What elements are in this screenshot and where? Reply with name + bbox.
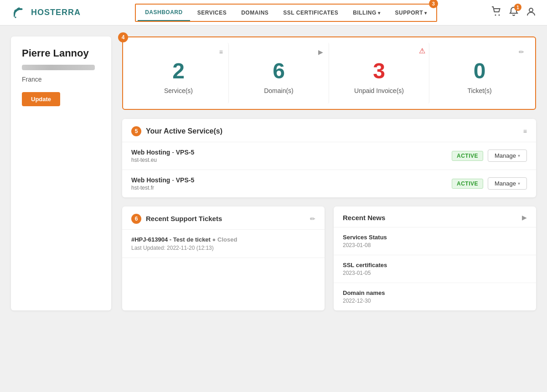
invoices-label: Unpaid Invoice(s) bbox=[336, 87, 422, 94]
main-content: Pierre Lannoy France Update 4 ≡ 2 Servic… bbox=[0, 26, 547, 321]
news-panel-title: Recent News bbox=[343, 214, 385, 222]
stat-services[interactable]: ≡ 2 Service(s) bbox=[129, 43, 229, 103]
service-name-2: Web Hosting - VPS-5 bbox=[131, 176, 194, 184]
service-row-2: Web Hosting - VPS-5 hst-test.fr ACTIVE M… bbox=[122, 170, 536, 197]
ticket-date: Last Updated: 2022-11-20 (12:13) bbox=[131, 245, 315, 251]
invoices-alert-icon: ⚠ bbox=[419, 46, 425, 55]
update-button[interactable]: Update bbox=[22, 92, 60, 106]
tickets-panel-header: 6 Recent Support Tickets ✏ bbox=[122, 206, 325, 230]
manage-button-2[interactable]: Manage bbox=[488, 177, 527, 190]
services-title-text: Your Active Service(s) bbox=[146, 127, 222, 135]
header: HOSTERRA DASHBOARD SERVICES DOMAINS SSL … bbox=[0, 0, 547, 26]
service-actions-2: ACTIVE Manage bbox=[452, 177, 527, 190]
service-info-1: Web Hosting - VPS-5 hst-test.eu bbox=[131, 149, 194, 163]
services-label: Service(s) bbox=[136, 87, 221, 94]
news-panel-header: Recent News ▶ bbox=[334, 206, 536, 227]
news-icon[interactable]: ▶ bbox=[522, 214, 527, 221]
user-button[interactable] bbox=[526, 6, 536, 19]
tickets-step-badge: 6 bbox=[131, 214, 141, 224]
services-step-badge: 5 bbox=[131, 126, 141, 136]
nav-step-badge: 3 bbox=[429, 0, 438, 8]
nav-billing[interactable]: BILLING bbox=[346, 5, 387, 21]
bottom-panels: 6 Recent Support Tickets ✏ #HPJ-613904 -… bbox=[122, 206, 536, 310]
ticket-status: Closed bbox=[217, 236, 237, 243]
ticket-item[interactable]: #HPJ-613904 - Test de ticket ● Closed La… bbox=[122, 230, 325, 258]
stat-invoices[interactable]: ⚠ 3 Unpaid Invoice(s) bbox=[329, 43, 429, 103]
user-country: France bbox=[22, 76, 100, 83]
tickets-panel-title: 6 Recent Support Tickets bbox=[131, 214, 222, 224]
ticket-id: #HPJ-613904 bbox=[131, 236, 168, 243]
logo: HOSTERRA bbox=[11, 5, 81, 21]
tickets-icon: ✏ bbox=[519, 48, 524, 56]
user-email-blur bbox=[22, 65, 95, 70]
domains-label: Domain(s) bbox=[236, 87, 321, 94]
ticket-name: - Test de ticket bbox=[170, 236, 211, 243]
notification-badge: 1 bbox=[514, 4, 521, 11]
news-item-2[interactable]: Domain names 2022-12-30 bbox=[334, 283, 536, 310]
service-info-2: Web Hosting - VPS-5 hst-test.fr bbox=[131, 176, 194, 191]
stat-tickets[interactable]: ✏ 0 Ticket(s) bbox=[429, 43, 530, 103]
service-actions-1: ACTIVE Manage bbox=[452, 150, 527, 162]
ticket-title: #HPJ-613904 - Test de ticket ● Closed bbox=[131, 236, 315, 243]
tickets-panel: 6 Recent Support Tickets ✏ #HPJ-613904 -… bbox=[122, 206, 325, 310]
service-domain-1: hst-test.eu bbox=[131, 157, 194, 163]
tickets-label: Ticket(s) bbox=[437, 87, 522, 94]
main-nav: DASHBOARD SERVICES DOMAINS SSL CERTIFICA… bbox=[135, 4, 437, 22]
header-icons: 1 bbox=[491, 6, 536, 19]
stats-step-badge: 4 bbox=[118, 32, 128, 42]
service-row: Web Hosting - VPS-5 hst-test.eu ACTIVE M… bbox=[122, 142, 536, 170]
svg-point-0 bbox=[495, 15, 496, 16]
svg-point-2 bbox=[529, 8, 533, 12]
domains-icon: ▶ bbox=[318, 48, 323, 56]
service-status-2: ACTIVE bbox=[452, 179, 483, 189]
user-name: Pierre Lannoy bbox=[22, 47, 100, 59]
notification-button[interactable]: 1 bbox=[509, 6, 519, 19]
right-panel: 4 ≡ 2 Service(s) ▶ 6 Domain(s) bbox=[122, 36, 536, 310]
news-date-1: 2023-01-05 bbox=[343, 270, 527, 276]
cart-icon bbox=[491, 6, 501, 16]
tickets-count: 0 bbox=[437, 59, 522, 83]
stats-grid: ≡ 2 Service(s) ▶ 6 Domain(s) ⚠ 3 Unp bbox=[129, 43, 530, 103]
tickets-edit-icon[interactable]: ✏ bbox=[310, 215, 315, 222]
nav-support[interactable]: SUPPORT bbox=[388, 5, 434, 21]
content-area: Pierre Lannoy France Update 4 ≡ 2 Servic… bbox=[11, 36, 536, 310]
svg-point-1 bbox=[498, 15, 500, 16]
nav-ssl[interactable]: SSL CERTIFICATES bbox=[276, 5, 346, 21]
services-section: 5 Your Active Service(s) ≡ Web Hosting -… bbox=[122, 119, 536, 197]
services-filter-icon: ≡ bbox=[219, 48, 223, 56]
stat-domains[interactable]: ▶ 6 Domain(s) bbox=[229, 43, 329, 103]
nav-services[interactable]: SERVICES bbox=[190, 5, 234, 21]
cart-button[interactable] bbox=[491, 6, 501, 19]
manage-button-1[interactable]: Manage bbox=[488, 150, 527, 162]
services-title: 5 Your Active Service(s) bbox=[131, 126, 222, 136]
news-panel: Recent News ▶ Services Status 2023-01-08… bbox=[334, 206, 536, 310]
stats-section: 4 ≡ 2 Service(s) ▶ 6 Domain(s) bbox=[122, 36, 536, 110]
news-title-1: SSL certificates bbox=[343, 262, 527, 268]
news-date-0: 2023-01-08 bbox=[343, 242, 527, 248]
user-icon bbox=[526, 6, 536, 16]
logo-dino-icon bbox=[11, 5, 27, 21]
news-title-2: Domain names bbox=[343, 289, 527, 296]
nav-domains[interactable]: DOMAINS bbox=[234, 5, 276, 21]
service-status-1: ACTIVE bbox=[452, 151, 483, 161]
invoices-count: 3 bbox=[336, 59, 422, 83]
user-card: Pierre Lannoy France Update bbox=[11, 36, 111, 310]
service-name-1: Web Hosting - VPS-5 bbox=[131, 149, 194, 156]
news-title-0: Services Status bbox=[343, 234, 527, 241]
services-count: 2 bbox=[136, 59, 221, 83]
news-item-1[interactable]: SSL certificates 2023-01-05 bbox=[334, 255, 536, 283]
services-header: 5 Your Active Service(s) ≡ bbox=[122, 119, 536, 142]
domains-count: 6 bbox=[236, 59, 321, 83]
news-date-2: 2022-12-30 bbox=[343, 298, 527, 304]
services-filter-icon[interactable]: ≡ bbox=[523, 128, 527, 135]
logo-text: HOSTERRA bbox=[31, 8, 81, 17]
service-domain-2: hst-test.fr bbox=[131, 185, 194, 191]
nav-wrapper: DASHBOARD SERVICES DOMAINS SSL CERTIFICA… bbox=[135, 4, 437, 22]
news-item-0[interactable]: Services Status 2023-01-08 bbox=[334, 227, 536, 255]
nav-dashboard[interactable]: DASHBOARD bbox=[138, 5, 190, 21]
